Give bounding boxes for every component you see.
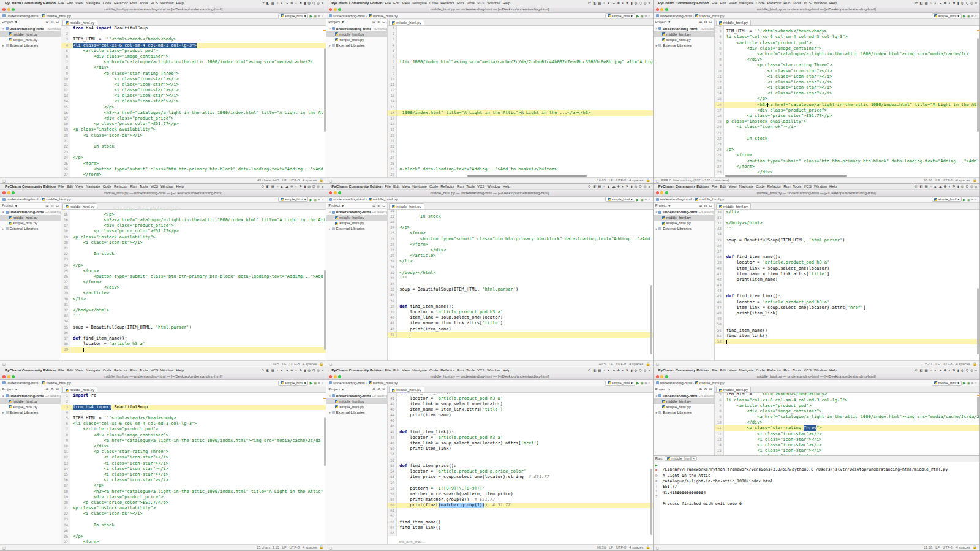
- line-number[interactable]: 1: [388, 26, 397, 31]
- code-line[interactable]: 46 locator = 'article.product_pod h3 a': [715, 300, 979, 305]
- code-line[interactable]: 23: [715, 142, 979, 147]
- status-segment[interactable]: LF: [282, 362, 287, 366]
- meter-status-icon[interactable]: ◔: [603, 184, 605, 188]
- search-everywhere-icon[interactable]: ⌕: [648, 197, 650, 202]
- code-line[interactable]: 26 <button type="submit" class="btn btn-…: [715, 159, 979, 164]
- run-console-tab[interactable]: middle_html ×: [665, 456, 697, 461]
- menu-item[interactable]: Run: [130, 368, 137, 372]
- code-line[interactable]: 32</body></html>: [388, 270, 652, 276]
- meter-status-icon[interactable]: ◔: [603, 368, 605, 372]
- add-status-icon[interactable]: ✚: [944, 368, 947, 372]
- code-line[interactable]: 43 item_name = item_link.attrs['title']: [388, 407, 652, 412]
- breadcrumb-file[interactable]: middle_html.py: [373, 14, 398, 18]
- code-line[interactable]: 27 </form>: [61, 172, 326, 177]
- code-line[interactable]: 3ITEM_HTML = '''<html><head></head><body…: [61, 37, 326, 42]
- code-line[interactable]: 55 item_price = soup.select_one(locator)…: [388, 474, 652, 480]
- sync-status-icon[interactable]: ⟳: [915, 1, 918, 5]
- code-line[interactable]: 34: [61, 319, 326, 324]
- breadcrumb-file[interactable]: middle_html.py: [373, 381, 398, 385]
- line-number[interactable]: 53: [715, 339, 724, 344]
- menu-item[interactable]: Window: [487, 368, 500, 372]
- menu-list-icon[interactable]: ≡: [975, 184, 977, 188]
- line-number[interactable]: 51: [388, 452, 397, 457]
- code-line[interactable]: 16 <i class="icon-star"></i>: [715, 454, 979, 455]
- line-number[interactable]: 26: [61, 274, 70, 279]
- wifi-icon[interactable]: ◍: [961, 184, 964, 188]
- menu-item[interactable]: Help: [176, 368, 183, 372]
- code-line[interactable]: 12: [388, 88, 652, 93]
- control-center-icon[interactable]: ◎: [970, 184, 973, 188]
- debug-button[interactable]: ◉: [314, 13, 317, 18]
- line-number[interactable]: 6: [61, 54, 70, 59]
- updates-status-icon[interactable]: ▲: [933, 1, 937, 5]
- line-number[interactable]: 37: [388, 298, 397, 304]
- breadcrumb-root[interactable]: understanding-html: [333, 381, 364, 385]
- code-line[interactable]: 14 <i class="icon-star"></i>: [715, 443, 979, 448]
- editor-tab-middle-html[interactable]: middle_html.py: [62, 387, 97, 392]
- line-number[interactable]: 8: [61, 433, 70, 438]
- code-line[interactable]: 11 <i class="icon-star"></i>: [61, 82, 326, 88]
- line-number[interactable]: 8: [61, 65, 70, 70]
- code-line[interactable]: 64find_item_link(): [388, 525, 652, 531]
- code-line[interactable]: 19p class="instock availability">: [715, 119, 979, 124]
- display-status-icon[interactable]: ▦: [924, 1, 927, 5]
- tree-item-external-libraries[interactable]: ▸ External Libraries: [0, 409, 61, 415]
- flag-status-icon[interactable]: ⚑: [626, 368, 629, 372]
- menu-item[interactable]: Window: [160, 1, 173, 5]
- line-number[interactable]: 20: [61, 240, 70, 246]
- line-number[interactable]: 32: [388, 270, 397, 276]
- line-number[interactable]: 11: [61, 82, 70, 88]
- moon-status-icon[interactable]: ◐: [949, 184, 951, 188]
- control-center-icon[interactable]: ◎: [317, 1, 320, 5]
- minimize-window-button[interactable]: [660, 375, 663, 378]
- line-number[interactable]: 3: [61, 37, 70, 42]
- line-number[interactable]: 57: [388, 486, 397, 492]
- display-status-icon[interactable]: ▦: [598, 368, 601, 372]
- line-number[interactable]: 38: [61, 341, 70, 347]
- code-line[interactable]: 34: [388, 281, 652, 287]
- project-header-label[interactable]: Project: [328, 20, 340, 24]
- code-line[interactable]: 29 </article>: [61, 291, 326, 296]
- line-number[interactable]: 7: [715, 51, 724, 57]
- line-number[interactable]: 25: [715, 153, 724, 158]
- code-line[interactable]: 21: [388, 139, 652, 144]
- line-number[interactable]: 16: [61, 110, 70, 116]
- line-number[interactable]: 1: [61, 26, 70, 31]
- search-everywhere-icon[interactable]: ⌕: [975, 381, 977, 385]
- code-line[interactable]: 6: [388, 54, 652, 59]
- project-header-label[interactable]: Project: [328, 203, 340, 207]
- line-number[interactable]: 48: [715, 311, 724, 316]
- line-number[interactable]: 35: [715, 238, 724, 243]
- menu-item[interactable]: View: [75, 368, 83, 372]
- code-line[interactable]: 47def find_item_link():: [388, 430, 652, 435]
- menu-item[interactable]: Tools: [140, 184, 148, 188]
- minimize-window-button[interactable]: [660, 8, 663, 11]
- project-header-label[interactable]: Project: [655, 387, 667, 391]
- settings-gear-icon[interactable]: ⚙: [51, 203, 54, 208]
- code-line[interactable]: 52: [388, 458, 652, 463]
- line-number[interactable]: 3: [388, 37, 397, 42]
- line-number[interactable]: 47: [388, 430, 397, 435]
- code-line[interactable]: 17 <div class="product_price">: [61, 223, 326, 229]
- code-line[interactable]: 35soup = BeautifulSoup(ITEM_HTML, 'html.…: [715, 238, 979, 243]
- moon-status-icon[interactable]: ◐: [949, 1, 951, 5]
- tree-expand-icon[interactable]: ▾: [329, 394, 331, 398]
- line-number[interactable]: 13: [715, 85, 724, 91]
- lock-icon[interactable]: 🔒: [319, 362, 323, 366]
- code-line[interactable]: 43: [388, 332, 652, 338]
- run-button[interactable]: ▶: [309, 381, 312, 385]
- code-line[interactable]: 18 <p class="price_color">£51.77</p>: [61, 229, 326, 234]
- status-segment[interactable]: UTF-8: [616, 178, 626, 182]
- line-number[interactable]: 16: [715, 102, 724, 108]
- spotlight-search-icon[interactable]: Q: [312, 368, 315, 372]
- code-line[interactable]: 5 <article class="product_pod">: [715, 40, 979, 46]
- code-line[interactable]: 9 <p class="star-rating Three">: [61, 71, 326, 77]
- tree-expand-icon[interactable]: ▸: [329, 411, 331, 414]
- toolwindow-toggle-icon[interactable]: ◻: [656, 178, 659, 183]
- menu-item[interactable]: VCS: [151, 1, 158, 5]
- menu-item[interactable]: Refactor: [114, 368, 128, 372]
- vertical-scrollbar[interactable]: [650, 393, 653, 544]
- vertical-scrollbar-thumb[interactable]: [650, 285, 652, 354]
- code-line[interactable]: 23: [61, 517, 326, 522]
- code-line[interactable]: 33''': [388, 276, 652, 281]
